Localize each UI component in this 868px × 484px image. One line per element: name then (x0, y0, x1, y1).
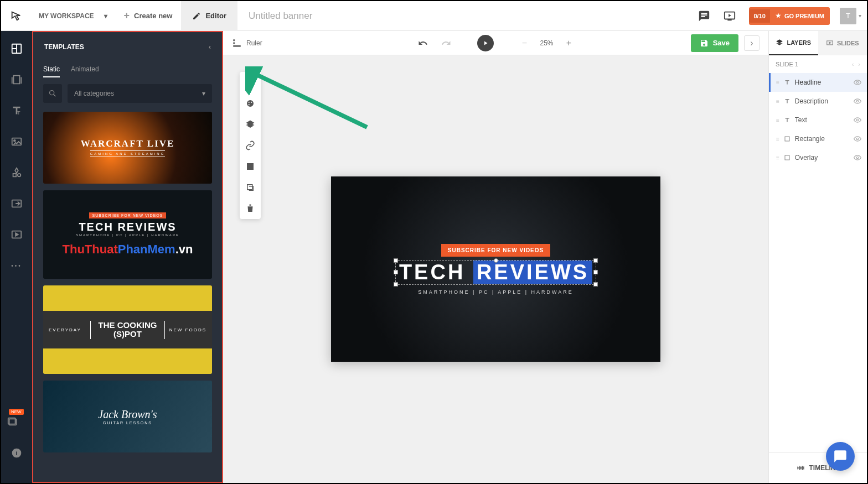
nav-image-icon[interactable] (9, 134, 24, 149)
play-icon (482, 40, 488, 46)
resize-handle[interactable] (394, 270, 398, 274)
category-dropdown[interactable]: All categories ▾ (68, 84, 212, 103)
nav-import-icon[interactable] (9, 196, 24, 211)
star-icon: ★ (776, 12, 781, 19)
redo-button[interactable] (438, 35, 453, 51)
nav-more-icon[interactable]: ••• (9, 258, 24, 273)
undo-button[interactable] (415, 35, 430, 51)
nav-text-icon[interactable]: T (9, 103, 24, 118)
tool-layers-icon[interactable] (240, 114, 261, 135)
layer-type-icon (784, 79, 790, 86)
go-premium-button[interactable]: 0/10 ★ GO PREMIUM (749, 7, 830, 25)
chat-fab[interactable] (826, 442, 855, 471)
template-item[interactable]: Jack Brown's GUITAR LESSONS (43, 381, 212, 452)
drag-handle-icon[interactable]: ≡ (776, 117, 779, 123)
templates-title: TEMPLATES (44, 43, 84, 51)
canvas-area: Ruler − 25% + (223, 31, 768, 483)
expand-right-button[interactable]: › (744, 35, 760, 51)
editor-label: Editor (205, 12, 226, 20)
svg-line-17 (251, 72, 367, 127)
zoom-in-button[interactable]: + (561, 35, 577, 51)
create-new-label: Create new (134, 12, 172, 20)
tool-video-icon[interactable] (240, 156, 261, 177)
layer-item[interactable]: ≡ Rectangle (769, 129, 867, 148)
workspace-label: MY WORKSPACE (39, 12, 94, 20)
nav-whats-new[interactable]: NEW (7, 413, 19, 428)
document-title-input[interactable]: Untitled banner (237, 11, 691, 22)
play-button[interactable] (477, 35, 493, 51)
layer-item[interactable]: ≡ Overlay (769, 148, 867, 167)
layer-item[interactable]: ≡ Headline (769, 73, 867, 92)
layer-name: Description (795, 97, 828, 105)
app-logo[interactable] (1, 1, 31, 31)
nav-shapes-icon[interactable] (9, 165, 24, 180)
canvas-toolbar: Ruler − 25% + (223, 31, 768, 55)
svg-point-3 (14, 140, 16, 142)
template-item[interactable]: SUBSCRIBE FOR NEW VIDEOS TECH REVIEWS SM… (43, 190, 212, 279)
resize-handle[interactable] (394, 258, 398, 263)
nav-library-icon[interactable] (9, 72, 24, 87)
nav-templates-icon[interactable] (9, 41, 24, 56)
tool-delete-icon[interactable] (240, 198, 261, 219)
ruler-toggle[interactable]: Ruler (232, 38, 262, 48)
drag-handle-icon[interactable]: ≡ (776, 98, 779, 105)
headline-selection[interactable]: TECH REVIEWS (395, 260, 596, 285)
save-button[interactable]: Save (691, 34, 738, 52)
layers-icon (776, 39, 783, 46)
tab-layers[interactable]: LAYERS (769, 31, 818, 55)
tool-color-icon[interactable] (240, 93, 261, 114)
visibility-toggle-icon[interactable] (854, 97, 861, 105)
visibility-toggle-icon[interactable] (854, 135, 861, 143)
search-icon (48, 89, 57, 98)
prev-slide-icon[interactable]: ‹ (852, 61, 854, 67)
svg-point-19 (856, 81, 859, 84)
next-slide-icon[interactable]: › (858, 61, 860, 67)
layer-type-icon (784, 117, 790, 123)
comments-icon[interactable] (691, 1, 717, 31)
layer-type-icon (784, 136, 790, 142)
svg-rect-22 (785, 137, 789, 141)
create-new-button[interactable]: + Create new (115, 10, 182, 22)
canvas-body[interactable]: SUBSCRIBE FOR NEW VIDEOS TECH REVIEWS SM… (223, 55, 768, 483)
tab-animated[interactable]: Animated (71, 62, 99, 77)
visibility-toggle-icon[interactable] (854, 116, 861, 124)
resize-handle[interactable] (593, 258, 598, 263)
workspace-dropdown[interactable]: MY WORKSPACE ▾ (31, 12, 115, 20)
plus-icon: + (124, 10, 130, 22)
tab-slides[interactable]: SLIDES (818, 31, 867, 55)
design-canvas[interactable]: SUBSCRIBE FOR NEW VIDEOS TECH REVIEWS SM… (331, 176, 660, 362)
user-avatar[interactable]: T (840, 8, 856, 24)
tool-link-icon[interactable] (240, 135, 261, 156)
visibility-toggle-icon[interactable] (854, 79, 861, 86)
premium-label: ★ GO PREMIUM (770, 12, 830, 19)
layer-item[interactable]: ≡ Description (769, 92, 867, 111)
ruler-icon (232, 38, 242, 48)
tool-group-icon[interactable] (240, 177, 261, 198)
template-item[interactable]: WARCRAFT LIVE GAMING AND STREAMING (43, 112, 212, 184)
svg-rect-16 (247, 185, 252, 190)
layer-name: Overlay (795, 154, 818, 162)
resize-handle[interactable] (593, 282, 598, 287)
resize-handle[interactable] (394, 282, 398, 287)
editor-button[interactable]: Editor (181, 1, 237, 31)
template-list[interactable]: WARCRAFT LIVE GAMING AND STREAMING SUBSC… (33, 110, 222, 482)
rotate-handle[interactable] (494, 258, 498, 263)
zoom-out-button[interactable]: − (516, 35, 532, 51)
drag-handle-icon[interactable]: ≡ (776, 80, 779, 86)
template-item[interactable]: EVERYDAY THE COOKING(S)POT NEW FOODS (43, 285, 212, 374)
nav-video-icon[interactable] (9, 227, 24, 242)
search-button[interactable] (43, 84, 62, 103)
visibility-toggle-icon[interactable] (854, 154, 861, 162)
drag-handle-icon[interactable]: ≡ (776, 155, 779, 161)
preview-icon[interactable] (717, 1, 742, 31)
slides-icon (826, 39, 834, 47)
tool-text-icon[interactable] (240, 72, 261, 93)
layer-item[interactable]: ≡ Text (769, 111, 867, 129)
drag-handle-icon[interactable]: ≡ (776, 136, 779, 142)
tab-static[interactable]: Static (43, 62, 60, 77)
annotation-arrow (245, 66, 373, 133)
chevron-down-icon[interactable]: ▾ (859, 13, 861, 19)
nav-info-icon[interactable]: i (9, 445, 24, 461)
resize-handle[interactable] (593, 270, 598, 274)
collapse-panel-icon[interactable]: ‹ (209, 43, 211, 51)
